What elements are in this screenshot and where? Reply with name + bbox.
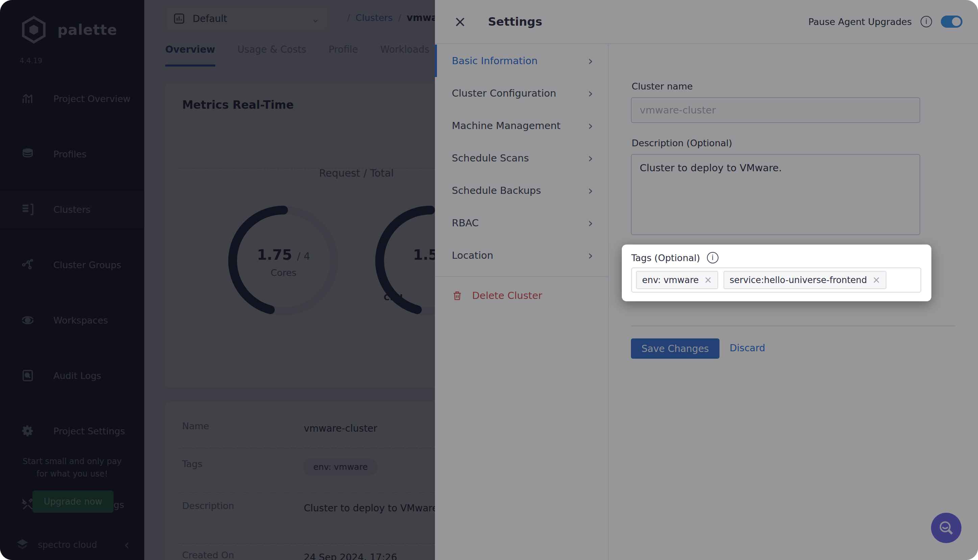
tag-chip: service:hello-universe-frontend × xyxy=(724,271,886,289)
tags-label: Tags (Optional) xyxy=(631,253,700,263)
remove-tag-icon[interactable]: × xyxy=(704,275,712,285)
tags-spotlight-card: Tags (Optional) i env: vmware × service:… xyxy=(622,245,931,301)
tags-input[interactable]: env: vmware × service:hello-universe-fro… xyxy=(631,268,921,292)
remove-tag-icon[interactable]: × xyxy=(873,275,880,285)
tag-chip: env: vmware × xyxy=(636,271,718,289)
app-window: palette 4.4.19 Project Overview Profiles… xyxy=(0,0,978,560)
info-icon[interactable]: i xyxy=(707,252,718,263)
